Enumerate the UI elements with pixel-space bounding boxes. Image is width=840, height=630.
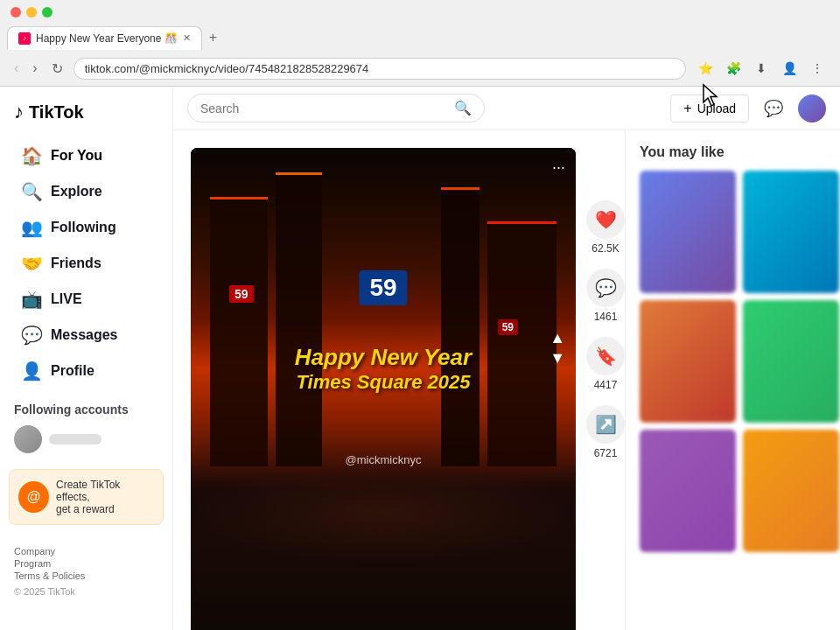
main-content: 🔍 + Upload 💬 — [173, 87, 840, 630]
profile-icon[interactable]: 👤 — [777, 56, 802, 80]
tab-close-button[interactable]: ✕ — [183, 32, 191, 44]
search-icon: 🔍 — [454, 100, 472, 116]
user-avatar-header[interactable] — [798, 94, 826, 122]
bookmark-button[interactable]: 🔖 4417 — [586, 337, 625, 391]
banner-content: Create TikTok effects, get a reward — [56, 479, 154, 515]
friends-icon: 🤝 — [21, 253, 42, 274]
share-button[interactable]: ↗️ 6721 — [586, 405, 625, 459]
tab-title: Happy New Year Everyone 🎊 — [36, 32, 178, 45]
minimize-window-button[interactable] — [26, 7, 37, 18]
sidebar-item-for-you[interactable]: 🏠 For You — [7, 138, 165, 173]
comment-icon-circle: 💬 — [586, 269, 625, 307]
sidebar-item-live[interactable]: 📺 LIVE — [7, 282, 165, 317]
app-header: 🔍 + Upload 💬 — [173, 87, 840, 130]
sidebar: ♪ TikTok 🏠 For You 🔍 Explore 👥 Following… — [0, 87, 173, 630]
footer-company-link[interactable]: Company — [14, 546, 158, 556]
countdown-display: 59 — [359, 270, 407, 305]
sidebar-item-label-live: LIVE — [51, 291, 82, 307]
toolbar-icons: ⭐ 🧩 ⬇ 👤 ⋮ — [693, 56, 830, 80]
browser-chrome: ♪ Happy New Year Everyone 🎊 ✕ + ‹ › ↻ ti… — [0, 0, 840, 87]
browser-tab-bar: ♪ Happy New Year Everyone 🎊 ✕ + — [0, 24, 840, 51]
effects-icon: @ — [18, 481, 49, 513]
bookmark-count: 4417 — [594, 379, 618, 391]
traffic-lights — [10, 7, 52, 18]
sidebar-item-following[interactable]: 👥 Following — [7, 210, 165, 245]
recommended-video-2[interactable] — [743, 171, 839, 293]
new-tab-button[interactable]: + — [202, 24, 224, 51]
sidebar-item-label-friends: Friends — [51, 256, 102, 271]
back-button[interactable]: ‹ — [10, 57, 22, 80]
active-tab[interactable]: ♪ Happy New Year Everyone 🎊 ✕ — [7, 26, 202, 50]
banner-text-line1: Create TikTok effects, — [56, 479, 154, 503]
search-input[interactable] — [200, 102, 447, 116]
home-icon: 🏠 — [21, 145, 42, 166]
video-actions: ❤️ 62.5K 💬 1461 🔖 4417 ↗️ — [586, 148, 625, 630]
sidebar-item-label-following: Following — [51, 220, 116, 235]
messages-icon: 💬 — [21, 325, 42, 346]
sidebar-item-profile[interactable]: 👤 Profile — [7, 354, 165, 388]
upload-icon: + — [683, 101, 691, 116]
footer-program-link[interactable]: Program — [14, 558, 158, 569]
download-icon[interactable]: ⬇ — [749, 56, 774, 80]
sidebar-footer: Company Program Terms & Policies © 2025 … — [0, 536, 172, 609]
upload-label: Upload — [697, 102, 736, 116]
browser-toolbar: ‹ › ↻ tiktok.com/@mickmicknyc/video/7454… — [0, 51, 840, 86]
address-text: tiktok.com/@mickmicknyc/video/7454821828… — [85, 62, 675, 75]
recommended-video-5[interactable] — [640, 430, 736, 552]
create-effects-banner[interactable]: @ Create TikTok effects, get a reward — [9, 469, 164, 525]
share-icon-circle: ↗️ — [586, 405, 625, 444]
bookmark-icon-circle: 🔖 — [586, 337, 625, 375]
app-container: ♪ TikTok 🏠 For You 🔍 Explore 👥 Following… — [0, 87, 840, 630]
recommended-video-1[interactable] — [640, 171, 736, 293]
recommended-video-4[interactable] — [743, 300, 839, 423]
search-bar[interactable]: 🔍 — [187, 94, 485, 122]
bookmark-icon[interactable]: ⭐ — [693, 56, 718, 80]
sidebar-item-label-messages: Messages — [51, 327, 118, 343]
video-scroll-up-button[interactable]: ▲ — [550, 329, 565, 347]
like-count: 62.5K — [592, 242, 619, 255]
following-icon: 👥 — [21, 217, 42, 238]
following-account-item[interactable] — [0, 420, 172, 458]
countdown-number: 59 — [369, 274, 396, 301]
comment-count: 1461 — [594, 311, 618, 323]
like-button[interactable]: ❤️ 62.5K — [586, 200, 625, 255]
live-icon: 📺 — [21, 289, 42, 310]
sidebar-item-friends[interactable]: 🤝 Friends — [7, 246, 165, 281]
recommended-video-3[interactable] — [640, 300, 736, 423]
upload-button[interactable]: + Upload — [670, 94, 749, 122]
maximize-window-button[interactable] — [42, 7, 52, 18]
comment-button[interactable]: 💬 1461 — [586, 269, 625, 323]
like-icon-circle: ❤️ — [586, 200, 625, 239]
reload-button[interactable]: ↻ — [48, 57, 66, 80]
menu-icon[interactable]: ⋮ — [805, 56, 830, 80]
sidebar-logo: ♪ TikTok — [0, 94, 172, 137]
video-more-options-button[interactable]: ··· — [552, 158, 565, 177]
you-may-like-title: You may like — [640, 144, 826, 160]
video-overlay-text: Happy New Year Times Square 2025 — [295, 344, 472, 394]
tab-favicon: ♪ — [18, 32, 31, 45]
forward-button[interactable]: › — [29, 57, 40, 80]
tiktok-logo-icon: ♪ — [14, 101, 24, 123]
video-scroll-down-button[interactable]: ▼ — [550, 349, 565, 368]
close-window-button[interactable] — [10, 7, 21, 18]
sidebar-item-messages[interactable]: 💬 Messages — [7, 318, 165, 353]
banner-text-line2: get a reward — [56, 503, 154, 515]
footer-terms-link[interactable]: Terms & Policies — [14, 570, 158, 581]
video-frame: 59 59 59 Happy New Year Times Square 202… — [191, 148, 576, 630]
overlay-line2: Times Square 2025 — [295, 371, 472, 394]
sidebar-item-explore[interactable]: 🔍 Explore — [7, 174, 165, 209]
messages-header-icon[interactable]: 💬 — [760, 94, 788, 122]
profile-icon: 👤 — [21, 360, 42, 382]
video-watermark: @mickmicknyc — [346, 453, 422, 466]
sidebar-item-label-for-you: For You — [51, 148, 102, 164]
explore-icon: 🔍 — [21, 181, 42, 202]
video-feed: 59 59 59 Happy New Year Times Square 202… — [173, 130, 625, 630]
extensions-icon[interactable]: 🧩 — [721, 56, 746, 80]
sidebar-copyright: © 2025 TikTok — [14, 586, 75, 597]
video-player: 59 59 59 Happy New Year Times Square 202… — [191, 148, 576, 630]
header-actions: + Upload 💬 — [670, 94, 826, 122]
address-bar[interactable]: tiktok.com/@mickmicknyc/video/7454821828… — [74, 58, 686, 80]
following-accounts-label: Following accounts — [0, 396, 172, 420]
recommended-video-6[interactable] — [743, 430, 839, 552]
overlay-line1: Happy New Year — [295, 344, 472, 371]
